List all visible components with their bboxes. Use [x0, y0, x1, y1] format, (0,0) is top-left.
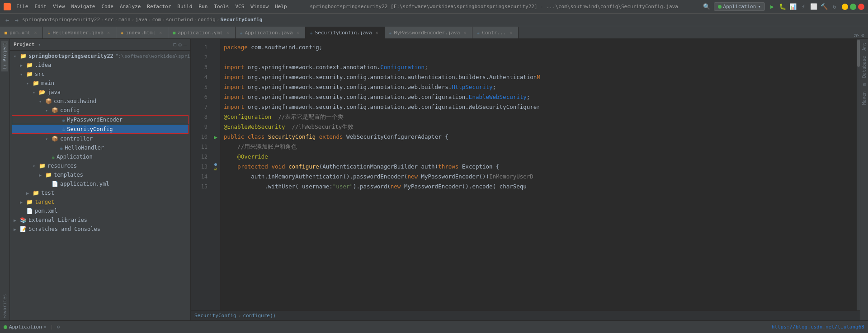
close-button[interactable]: ×: [858, 4, 864, 10]
bc-security-config[interactable]: SecurityConfig: [194, 313, 236, 319]
menu-tools[interactable]: Tools: [211, 3, 231, 10]
favorites-panel-tab[interactable]: Favorites: [1, 292, 8, 320]
debug-button[interactable]: 🐛: [778, 2, 787, 11]
m-tab[interactable]: m: [861, 81, 868, 88]
menu-help[interactable]: Help: [272, 3, 290, 10]
menu-vcs[interactable]: VCS: [232, 3, 247, 10]
bookmark-icon[interactable]: @: [214, 167, 217, 171]
tab-mypassword-encoder-close[interactable]: ×: [462, 30, 467, 35]
tab-application-java[interactable]: ☕ Application.java ×: [236, 27, 306, 38]
tree-test[interactable]: ▶ 📁 test: [10, 188, 190, 197]
scrollbar-thumb[interactable]: [857, 40, 860, 67]
tab-security-config-close[interactable]: ×: [374, 30, 380, 36]
tab-overflow-icon[interactable]: ≫: [854, 32, 859, 38]
tree-java[interactable]: ▾ 📂 java: [10, 88, 190, 97]
tab-pom-xml[interactable]: ■ pom.xml ×: [0, 27, 43, 38]
menu-navigate[interactable]: Navigate: [69, 3, 98, 10]
forward-icon[interactable]: →: [13, 15, 20, 24]
stop-button[interactable]: ⬜: [809, 2, 818, 11]
status-link[interactable]: https://blog.csdn.net/liulang68: [772, 324, 864, 330]
maximize-button[interactable]: □: [850, 4, 856, 10]
gutter-10[interactable]: ▶: [211, 132, 220, 142]
profile-button[interactable]: ⚡: [799, 2, 808, 11]
breadcrumb-config[interactable]: config: [198, 17, 216, 23]
tree-com-southwind[interactable]: ▾ 📦 com.southwind: [10, 97, 190, 106]
menu-build[interactable]: Build: [175, 3, 195, 10]
tree-pom-xml[interactable]: 📄 pom.xml: [10, 206, 190, 216]
breadcrumb-com[interactable]: com: [152, 17, 161, 23]
status-gear-icon[interactable]: ⚙: [57, 324, 60, 330]
tree-resources[interactable]: ▾ 📁 resources: [10, 161, 190, 170]
breadcrumb-southwind[interactable]: southwind: [166, 17, 193, 23]
templates-arrow: ▶: [39, 173, 45, 178]
tab-application-yml[interactable]: ■ application.yml ×: [168, 27, 235, 38]
code-line-9: @EnableWebSecurity //让WebSecurity生效: [220, 122, 856, 132]
tree-controller[interactable]: ▾ 📦 controller: [10, 134, 190, 143]
tab-application-yml-close[interactable]: ×: [225, 30, 231, 35]
run-config[interactable]: Application ▾: [714, 2, 765, 11]
tree-target[interactable]: ▶ 📁 target: [10, 197, 190, 206]
tree-application[interactable]: ☕ Application: [10, 152, 190, 161]
tree-main[interactable]: ▾ 📁 main: [10, 79, 190, 88]
menu-run[interactable]: Run: [196, 3, 210, 10]
sidebar-dropdown[interactable]: ▾: [38, 42, 41, 47]
tab-controller-close[interactable]: ×: [508, 30, 514, 35]
minimize-button[interactable]: −: [842, 4, 848, 10]
menu-file[interactable]: File: [14, 3, 31, 10]
menu-code[interactable]: Code: [99, 3, 116, 10]
menu-refactor[interactable]: Refactor: [144, 3, 174, 10]
run-button[interactable]: ▶: [768, 2, 777, 11]
application-yml-icon: ■: [173, 30, 175, 35]
menu-view[interactable]: View: [50, 3, 68, 10]
tree-idea[interactable]: ▶ 📁 .idea: [10, 61, 190, 70]
menu-analyze[interactable]: Analyze: [117, 3, 143, 10]
tree-security-config[interactable]: ☕ SecurityConfig: [12, 125, 189, 134]
tree-scratches[interactable]: ▶ 📝 Scratches and Consoles: [10, 225, 190, 234]
tab-index-html-close[interactable]: ×: [158, 30, 163, 35]
hide-icon[interactable]: —: [184, 42, 187, 48]
tree-hello-handler[interactable]: ☕ HelloHandler: [10, 143, 190, 152]
editor-scrollbar[interactable]: [856, 39, 860, 310]
collapse-all-icon[interactable]: ⊟: [173, 42, 176, 48]
maven-tab[interactable]: Maven: [861, 89, 868, 107]
tree-external-libs[interactable]: ▶ 📚 External Libraries: [10, 216, 190, 225]
tab-hello-handler[interactable]: ☕ HelloHandler.java ×: [43, 27, 116, 38]
project-panel-tab[interactable]: 1: Project: [1, 41, 8, 71]
status-close-icon[interactable]: ×: [44, 324, 47, 329]
settings-icon[interactable]: ⚙: [179, 42, 182, 48]
editor-settings-icon[interactable]: ⚙: [861, 32, 864, 38]
run-status[interactable]: Application ×: [4, 324, 47, 330]
tree-mypassword-encoder[interactable]: ☕ MyPasswordEncoder: [12, 115, 189, 124]
tree-root[interactable]: ▾ 📁 springbootspringsecurity22 F:\softwa…: [10, 52, 190, 61]
breakpoint-icon[interactable]: ●: [214, 162, 217, 167]
menu-edit[interactable]: Edit: [32, 3, 50, 10]
tab-mypassword-encoder[interactable]: ☕ MyPasswordEncoder.java ×: [385, 27, 473, 38]
back-icon[interactable]: ←: [4, 15, 11, 24]
ant-tab[interactable]: Ant: [861, 41, 868, 52]
database-tab[interactable]: Database: [861, 54, 868, 80]
enable-web-security-link[interactable]: EnableWebSecurity: [469, 92, 527, 102]
tab-controller[interactable]: ☕ Contr... ×: [472, 27, 519, 38]
breadcrumb-src[interactable]: src: [105, 17, 114, 23]
tree-templates[interactable]: ▶ 📁 templates: [10, 170, 190, 179]
build-button[interactable]: 🔨: [820, 2, 829, 11]
tab-index-html[interactable]: ◈ index.html ×: [116, 27, 168, 38]
search-everywhere-icon[interactable]: 🔍: [702, 2, 711, 11]
breadcrumb-java[interactable]: java: [135, 17, 147, 23]
tree-config[interactable]: ▾ 📦 config: [10, 106, 190, 115]
tree-application-yml[interactable]: 📄 application.yml: [10, 179, 190, 188]
code-content[interactable]: package com.southwind.config; import org…: [220, 39, 856, 310]
tab-application-java-close[interactable]: ×: [295, 30, 301, 35]
tab-security-config[interactable]: ☕ SecurityConfig.java ×: [306, 27, 385, 38]
tab-pom-xml-close[interactable]: ×: [33, 30, 38, 35]
tree-src[interactable]: ▾ 📁 src: [10, 70, 190, 79]
breadcrumb-current: SecurityConfig: [221, 17, 263, 23]
sync-button[interactable]: ↻: [830, 2, 839, 11]
breadcrumb-project[interactable]: springbootspringsecurity22: [22, 17, 100, 23]
menu-window[interactable]: Window: [248, 3, 271, 10]
bc-configure[interactable]: configure(): [243, 313, 276, 319]
code-editor: 1 2 3 4 5 6 7 8 9 10 11 12 13 14 15: [191, 39, 860, 320]
coverage-button[interactable]: 📊: [788, 2, 797, 11]
breadcrumb-main[interactable]: main: [118, 17, 131, 23]
tab-hello-handler-close[interactable]: ×: [106, 30, 111, 35]
